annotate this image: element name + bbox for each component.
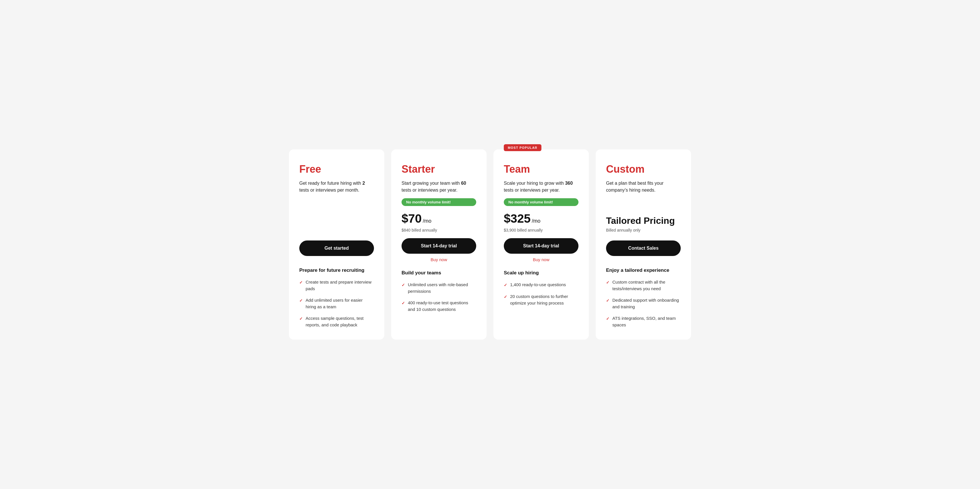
check-icon: ✓ bbox=[299, 280, 303, 285]
tailored-pricing-subtitle: Billed annually only bbox=[606, 228, 681, 233]
price-annual-team: $3,900 billed annually bbox=[504, 228, 579, 233]
feature-text: Access sample questions, test reports, a… bbox=[305, 315, 374, 328]
features-list-free: ✓ Create tests and prepare interview pad… bbox=[299, 279, 374, 328]
feature-item: ✓ 20 custom questions to further optimiz… bbox=[504, 293, 579, 306]
check-icon: ✓ bbox=[299, 298, 303, 304]
no-monthly-badge-starter: No monthly volume limit! bbox=[401, 198, 476, 206]
feature-text: 1,400 ready-to-use questions bbox=[510, 282, 566, 288]
tailored-pricing-title: Tailored Pricing bbox=[606, 215, 681, 226]
feature-text: Create tests and prepare interview pads bbox=[305, 279, 374, 292]
feature-text: Unlimited users with role-based permissi… bbox=[408, 282, 476, 295]
section-title-free: Prepare for future recruiting bbox=[299, 268, 374, 273]
pricing-grid: FreeGet ready for future hiring with 2 t… bbox=[289, 150, 691, 339]
feature-text: ATS integrations, SSO, and team spaces bbox=[612, 315, 681, 328]
no-monthly-badge-team: No monthly volume limit! bbox=[504, 198, 579, 206]
feature-item: ✓ Add unlimited users for easier hiring … bbox=[299, 297, 374, 310]
section-title-custom: Enjoy a tailored experience bbox=[606, 268, 681, 273]
plan-description-starter: Start growing your team with 60 tests or… bbox=[401, 180, 476, 194]
feature-item: ✓ Access sample questions, test reports,… bbox=[299, 315, 374, 328]
price-amount-team: $325 bbox=[504, 212, 530, 226]
section-title-starter: Build your teams bbox=[401, 270, 476, 276]
check-icon: ✓ bbox=[401, 282, 405, 288]
check-icon: ✓ bbox=[401, 300, 405, 306]
buy-now-link-starter[interactable]: Buy now bbox=[401, 257, 476, 262]
most-popular-badge: MOST POPULAR bbox=[504, 144, 541, 151]
check-icon: ✓ bbox=[504, 282, 507, 288]
price-annual-starter: $840 billed annually bbox=[401, 228, 476, 233]
feature-item: ✓ ATS integrations, SSO, and team spaces bbox=[606, 315, 681, 328]
feature-item: ✓ Unlimited users with role-based permis… bbox=[401, 282, 476, 295]
check-icon: ✓ bbox=[606, 280, 609, 285]
price-amount-starter: $70 bbox=[401, 212, 422, 226]
feature-item: ✓ Dedicated support with onboarding and … bbox=[606, 297, 681, 310]
cta-button-team[interactable]: Start 14-day trial bbox=[504, 238, 579, 254]
buy-now-link-team[interactable]: Buy now bbox=[504, 257, 579, 262]
features-list-starter: ✓ Unlimited users with role-based permis… bbox=[401, 282, 476, 312]
pricing-card-team: MOST POPULARTeamScale your hiring to gro… bbox=[493, 150, 589, 339]
feature-item: ✓ 400 ready-to-use test questions and 10… bbox=[401, 299, 476, 312]
plan-name-free: Free bbox=[299, 163, 374, 175]
plan-description-team: Scale your hiring to grow with 360 tests… bbox=[504, 180, 579, 194]
plan-name-starter: Starter bbox=[401, 163, 476, 175]
feature-item: ✓ Custom contract with all the tests/int… bbox=[606, 279, 681, 292]
plan-description-free: Get ready for future hiring with 2 tests… bbox=[299, 180, 374, 194]
feature-text: 400 ready-to-use test questions and 10 c… bbox=[408, 299, 476, 312]
plan-name-custom: Custom bbox=[606, 163, 681, 175]
feature-text: 20 custom questions to further optimize … bbox=[510, 293, 579, 306]
price-section-starter: $70 /mo bbox=[401, 212, 476, 226]
pricing-card-custom: CustomGet a plan that best fits your com… bbox=[596, 150, 691, 339]
features-list-team: ✓ 1,400 ready-to-use questions ✓ 20 cust… bbox=[504, 282, 579, 306]
cta-button-custom[interactable]: Contact Sales bbox=[606, 241, 681, 256]
pricing-card-free: FreeGet ready for future hiring with 2 t… bbox=[289, 150, 384, 339]
price-period-starter: /mo bbox=[423, 218, 431, 224]
feature-item: ✓ Create tests and prepare interview pad… bbox=[299, 279, 374, 292]
check-icon: ✓ bbox=[504, 294, 507, 300]
feature-item: ✓ 1,400 ready-to-use questions bbox=[504, 282, 579, 288]
check-icon: ✓ bbox=[606, 298, 609, 304]
pricing-card-starter: StarterStart growing your team with 60 t… bbox=[391, 150, 487, 339]
cta-button-starter[interactable]: Start 14-day trial bbox=[401, 238, 476, 254]
plan-description-custom: Get a plan that best fits your company’s… bbox=[606, 180, 681, 194]
price-section-team: $325 /mo bbox=[504, 212, 579, 226]
check-icon: ✓ bbox=[606, 316, 609, 322]
check-icon: ✓ bbox=[299, 316, 303, 322]
cta-button-free[interactable]: Get started bbox=[299, 241, 374, 256]
plan-name-team: Team bbox=[504, 163, 579, 175]
tailored-pricing-section: Tailored Pricing Billed annually only bbox=[606, 215, 681, 238]
feature-text: Custom contract with all the tests/inter… bbox=[612, 279, 681, 292]
feature-text: Add unlimited users for easier hiring as… bbox=[305, 297, 374, 310]
features-list-custom: ✓ Custom contract with all the tests/int… bbox=[606, 279, 681, 328]
section-title-team: Scale up hiring bbox=[504, 270, 579, 276]
price-period-team: /mo bbox=[531, 218, 540, 224]
feature-text: Dedicated support with onboarding and tr… bbox=[612, 297, 681, 310]
